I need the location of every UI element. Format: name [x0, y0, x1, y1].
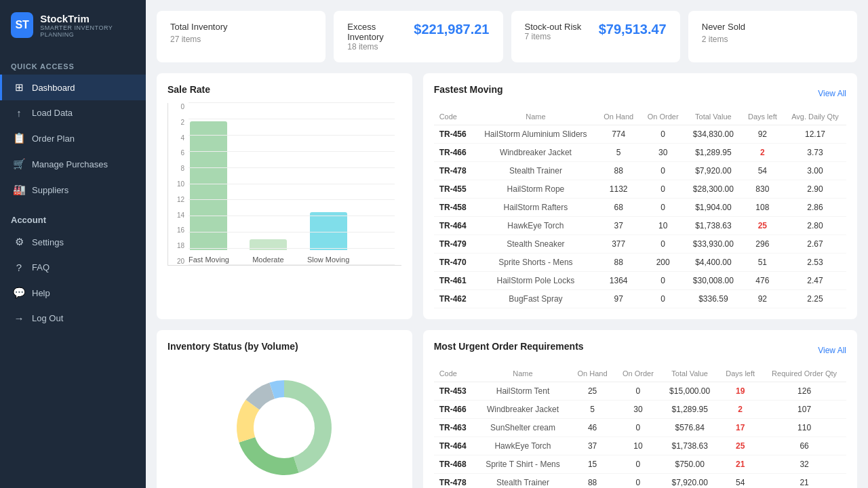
- col-header: Total Value: [686, 108, 741, 125]
- faq-icon: ?: [13, 262, 25, 273]
- stockout-risk-value: $79,513.47: [599, 22, 667, 37]
- table-cell: 25: [741, 217, 784, 235]
- sidebar-item-manage-purchases[interactable]: 🛒Manage Purchases: [0, 151, 146, 177]
- table-cell: TR-464: [434, 217, 475, 235]
- table-cell: 3.73: [784, 144, 846, 162]
- table-cell: 1132: [597, 180, 641, 199]
- table-cell: $34,830.00: [686, 125, 741, 144]
- table-row: TR-463SunShelter cream460$576.8417110: [434, 419, 846, 437]
- order-plan-icon: 📋: [13, 132, 25, 144]
- logo-text-area: StockTrim Smarter Inventory Planning: [40, 13, 135, 38]
- table-cell: 126: [762, 382, 846, 401]
- col-header: On Hand: [570, 365, 614, 382]
- mid-section: Sale Rate 20181614121086420 Fast MovingM…: [157, 73, 857, 319]
- sidebar-item-settings[interactable]: ⚙Settings: [0, 229, 146, 255]
- table-cell: 377: [597, 235, 641, 253]
- chart-bar-group: Fast Moving: [189, 121, 229, 264]
- table-cell: Stealth Sneaker: [475, 235, 597, 253]
- table-row: TR-461HailStorm Pole Locks13640$30,008.0…: [434, 272, 846, 290]
- table-row: TR-456HailStorm Aluminium Sliders7740$34…: [434, 125, 846, 144]
- sidebar-item-label: Load Data: [32, 108, 73, 118]
- table-cell: 2.25: [784, 290, 846, 308]
- table-cell: 0: [640, 125, 686, 144]
- col-header: Code: [434, 365, 476, 382]
- urgent-orders-view-all[interactable]: View All: [818, 346, 846, 355]
- urgent-orders-thead: CodeNameOn HandOn OrderTotal ValueDays l…: [434, 365, 846, 382]
- table-cell: 17: [718, 419, 762, 437]
- table-cell: 108: [741, 199, 784, 217]
- table-cell: 12.17: [784, 125, 846, 144]
- sale-rate-title: Sale Rate: [167, 84, 401, 95]
- col-header: Name: [476, 365, 570, 382]
- logout-icon: →: [13, 312, 25, 324]
- table-cell: TR-466: [434, 401, 476, 419]
- table-cell: $1,289.95: [661, 401, 718, 419]
- sidebar-item-dashboard[interactable]: ⊞Dashboard: [0, 75, 146, 100]
- table-row: TR-453HailStorm Tent250$15,000.0019126: [434, 382, 846, 401]
- table-cell: Stealth Trainer: [476, 474, 570, 489]
- table-cell: TR-455: [434, 180, 475, 199]
- sidebar-item-label: Settings: [32, 237, 64, 247]
- table-cell: 476: [741, 272, 784, 290]
- table-cell: TR-466: [434, 144, 475, 162]
- y-label: 6: [168, 149, 184, 157]
- table-cell: TR-458: [434, 199, 475, 217]
- table-cell: $30,008.00: [686, 272, 741, 290]
- sidebar: ST StockTrim Smarter Inventory Planning …: [0, 0, 146, 488]
- table-cell: TR-456: [434, 125, 475, 144]
- table-row: TR-455HailStorm Rope11320$28,300.008302.…: [434, 180, 846, 199]
- table-cell: $28,300.00: [686, 180, 741, 199]
- table-cell: 2.86: [784, 199, 846, 217]
- account-items: ⚙Settings?FAQ💬Help→Log Out: [0, 229, 146, 331]
- col-header: Total Value: [661, 365, 718, 382]
- quick-access-label: Quick Access: [0, 50, 146, 75]
- sidebar-item-order-plan[interactable]: 📋Order Plan: [0, 125, 146, 151]
- table-cell: 19: [718, 382, 762, 401]
- table-row: TR-464HawkEye Torch3710$1,738.63252.80: [434, 217, 846, 235]
- stockout-risk-title: Stock-out Risk: [525, 22, 582, 32]
- table-cell: $1,738.63: [686, 217, 741, 235]
- table-row: TR-458HailStorm Rafters680$1,904.001082.…: [434, 199, 846, 217]
- table-cell: 32: [762, 455, 846, 474]
- sidebar-item-label: Suppliers: [32, 185, 68, 195]
- sidebar-item-label: FAQ: [32, 262, 50, 272]
- sidebar-item-label: Help: [32, 288, 50, 298]
- table-cell: 0: [615, 382, 661, 401]
- table-cell: 21: [718, 455, 762, 474]
- table-cell: 66: [762, 437, 846, 455]
- sidebar-item-suppliers[interactable]: 🏭Suppliers: [0, 177, 146, 203]
- table-cell: 2.53: [784, 253, 846, 272]
- table-cell: 2: [741, 144, 784, 162]
- col-header: On Order: [615, 365, 661, 382]
- sidebar-item-label: Log Out: [32, 313, 63, 323]
- fastest-moving-table: CodeNameOn HandOn OrderTotal ValueDays l…: [434, 108, 846, 308]
- table-cell: 25: [570, 382, 614, 401]
- col-header: On Order: [640, 108, 686, 125]
- sidebar-item-logout[interactable]: →Log Out: [0, 306, 146, 331]
- table-cell: TR-461: [434, 272, 475, 290]
- sidebar-item-load-data[interactable]: ↑Load Data: [0, 100, 146, 125]
- table-cell: Windbreaker Jacket: [475, 144, 597, 162]
- table-cell: HawkEye Torch: [476, 437, 570, 455]
- suppliers-icon: 🏭: [13, 184, 25, 196]
- inventory-status-title: Inventory Status (by Volume): [167, 341, 401, 352]
- table-row: TR-468Sprite T Shirt - Mens150$750.00213…: [434, 455, 846, 474]
- table-cell: HailStorm Rope: [475, 180, 597, 199]
- table-cell: TR-468: [434, 455, 476, 474]
- col-header: Name: [475, 108, 597, 125]
- sidebar-item-help[interactable]: 💬Help: [0, 280, 146, 306]
- sidebar-item-faq[interactable]: ?FAQ: [0, 255, 146, 280]
- logo-title: StockTrim: [40, 13, 135, 24]
- table-cell: 0: [640, 235, 686, 253]
- excess-inventory-value: $221,987.21: [414, 22, 489, 37]
- chart-area: 20181614121086420 Fast MovingModerateSlo…: [167, 103, 401, 266]
- nav-items: ⊞Dashboard↑Load Data📋Order Plan🛒Manage P…: [0, 75, 146, 203]
- fastest-moving-view-all[interactable]: View All: [818, 89, 846, 98]
- table-cell: $33,930.00: [686, 235, 741, 253]
- y-labels: 20181614121086420: [168, 103, 187, 265]
- stockout-risk-card: Stock-out Risk 7 items $79,513.47: [511, 11, 680, 62]
- table-cell: 107: [762, 401, 846, 419]
- never-sold-sub: 2 items: [702, 35, 844, 44]
- table-cell: 37: [570, 437, 614, 455]
- y-label: 12: [168, 196, 184, 203]
